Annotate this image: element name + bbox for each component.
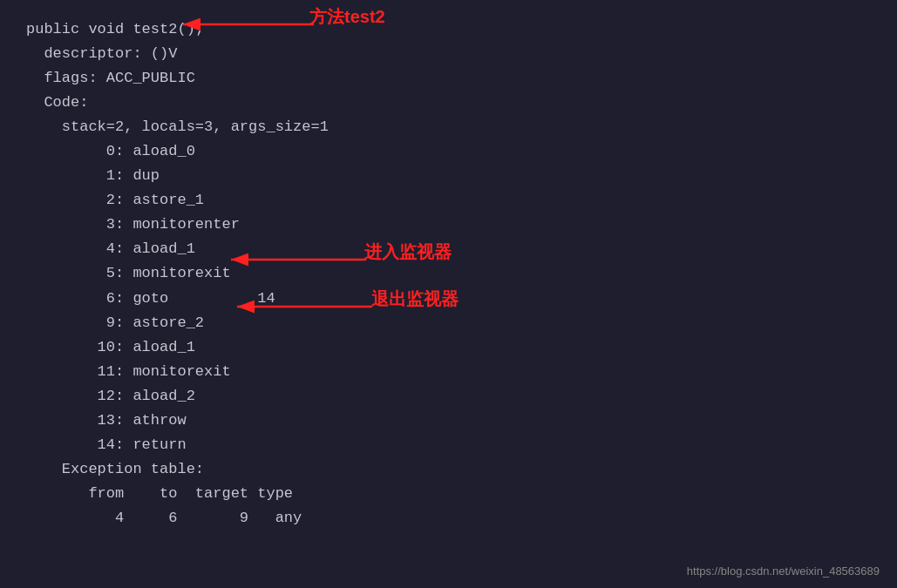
code-line-6: 0: aload_0 [26, 143, 195, 159]
code-line-17: 13: athrow [26, 412, 187, 429]
code-line-5: stack=2, locals=3, args_size=1 [26, 118, 329, 135]
code-line-18: 14: return [26, 436, 187, 453]
code-container: public void test2(); descriptor: ()V fla… [0, 0, 897, 588]
code-line-15: 11: monitorexit [26, 363, 231, 380]
code-line-11: 5: monitorexit [26, 265, 231, 281]
code-line-8: 2: astore_1 [26, 192, 204, 208]
watermark: https://blog.csdn.net/weixin_48563689 [687, 564, 880, 578]
code-line-13: 9: astore_2 [26, 314, 204, 331]
code-line-19: Exception table: [26, 461, 204, 477]
code-line-7: 1: dup [26, 167, 160, 184]
monitorexit-label: 退出监视器 [371, 287, 459, 311]
code-line-20: from to target type [26, 485, 293, 502]
monitorenter-label: 进入监视器 [364, 240, 452, 264]
code-line-2: descriptor: ()V [26, 45, 177, 62]
code-line-16: 12: aload_2 [26, 388, 195, 404]
method-label: 方法test2 [309, 5, 385, 29]
code-line-9: 3: monitorenter [26, 216, 240, 233]
code-line-14: 10: aload_1 [26, 339, 195, 355]
code-line-3: flags: ACC_PUBLIC [26, 70, 195, 86]
code-line-21: 4 6 9 any [26, 510, 302, 526]
code-line-10: 4: aload_1 [26, 240, 195, 257]
code-block: public void test2(); descriptor: ()V fla… [26, 17, 871, 531]
code-line-4: Code: [26, 94, 88, 111]
